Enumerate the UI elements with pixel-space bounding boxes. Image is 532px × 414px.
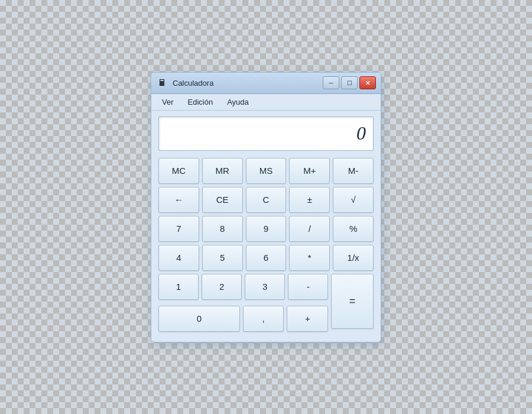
app-icon: 🖩 (156, 77, 168, 89)
btn-1[interactable]: 1 (158, 274, 199, 300)
btn-reciprocal[interactable]: 1/x (333, 245, 374, 271)
btn-ce[interactable]: CE (202, 187, 243, 213)
btn-4[interactable]: 4 (158, 245, 199, 271)
btn-equals[interactable]: = (331, 274, 374, 329)
minimize-button[interactable]: ─ (323, 76, 339, 89)
display-area: 0 (151, 111, 381, 156)
btn-divide[interactable]: / (289, 216, 330, 242)
row-789: 7 8 9 / % (158, 216, 374, 242)
display-value: 0 (356, 122, 366, 144)
btn-plusminus[interactable]: ± (289, 187, 330, 213)
btn-8[interactable]: 8 (202, 216, 243, 242)
btn-add[interactable]: + (287, 306, 328, 332)
row-0: 0 , + (158, 306, 328, 332)
btn-mr[interactable]: MR (202, 158, 243, 184)
btn-subtract[interactable]: - (288, 274, 328, 300)
btn-c[interactable]: C (246, 187, 287, 213)
buttons-area: MC MR MS M+ M- ← CE C ± √ 7 8 9 / % 4 5 … (151, 156, 381, 342)
btn-mplus[interactable]: M+ (289, 158, 330, 184)
restore-button[interactable]: ☐ (341, 76, 358, 89)
window-title: Calculadora (173, 79, 323, 88)
calculator-window: 🖩 Calculadora ─ ☐ ✕ Ver Edición Ayuda 0 … (151, 72, 381, 342)
btn-9[interactable]: 9 (246, 216, 287, 242)
btn-mc[interactable]: MC (158, 158, 199, 184)
menu-ayuda[interactable]: Ayuda (221, 96, 255, 108)
menu-edicion[interactable]: Edición (182, 96, 219, 108)
close-button[interactable]: ✕ (359, 76, 376, 89)
row-456: 4 5 6 * 1/x (158, 245, 374, 271)
btn-backspace[interactable]: ← (158, 187, 199, 213)
display: 0 (158, 117, 374, 151)
btn-decimal[interactable]: , (243, 306, 284, 332)
btn-percent[interactable]: % (333, 216, 374, 242)
menu-ver[interactable]: Ver (156, 96, 180, 108)
memory-row: MC MR MS M+ M- (158, 158, 374, 184)
left-col: 1 2 3 - 0 , + (158, 274, 328, 335)
title-bar: 🖩 Calculadora ─ ☐ ✕ (151, 73, 381, 94)
btn-0[interactable]: 0 (158, 306, 240, 332)
btn-3[interactable]: 3 (245, 274, 285, 300)
right-col: = (331, 274, 374, 335)
btn-mminus[interactable]: M- (333, 158, 374, 184)
row-123: 1 2 3 - (158, 274, 328, 300)
btn-6[interactable]: 6 (246, 245, 287, 271)
menu-bar: Ver Edición Ayuda (151, 94, 381, 111)
btn-sqrt[interactable]: √ (333, 187, 374, 213)
last-rows: 1 2 3 - 0 , + = (158, 274, 374, 335)
btn-multiply[interactable]: * (289, 245, 330, 271)
window-controls: ─ ☐ ✕ (323, 76, 376, 89)
btn-5[interactable]: 5 (202, 245, 243, 271)
btn-ms[interactable]: MS (246, 158, 287, 184)
clear-row: ← CE C ± √ (158, 187, 374, 213)
btn-7[interactable]: 7 (158, 216, 199, 242)
btn-2[interactable]: 2 (202, 274, 242, 300)
